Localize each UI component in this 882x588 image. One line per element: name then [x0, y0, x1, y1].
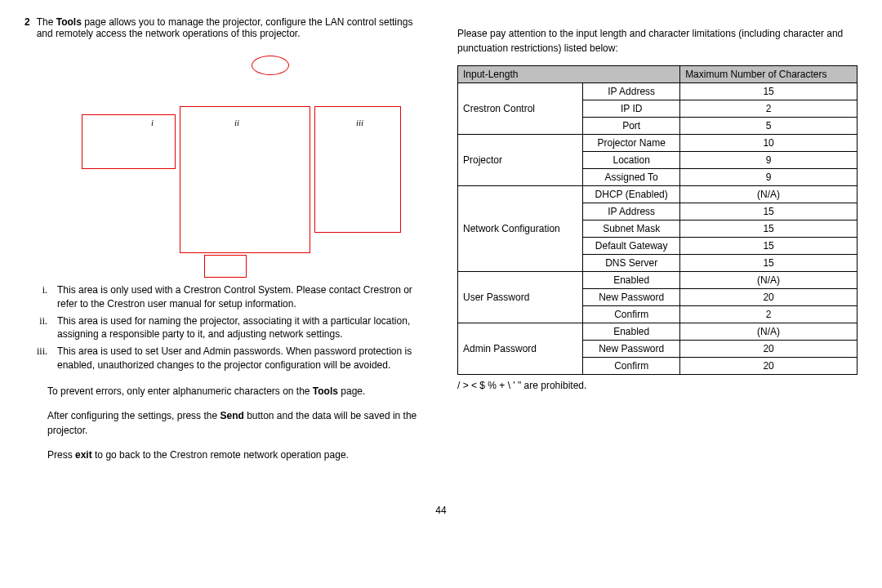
field-cell: Port — [583, 118, 680, 135]
step-number: 2 — [24, 16, 30, 28]
group-cell: Crestron Control — [458, 83, 583, 135]
max-cell: 15 — [680, 220, 858, 238]
tools-diagram: i ii iii — [74, 51, 408, 259]
header-input-length: Input-Length — [458, 66, 680, 83]
max-cell: 2 — [680, 100, 858, 118]
field-cell: New Password — [583, 341, 680, 358]
max-cell: 20 — [680, 341, 858, 358]
max-cell: 15 — [680, 203, 858, 220]
field-cell: New Password — [583, 289, 680, 306]
field-cell: Confirm — [583, 306, 680, 323]
diagram-ellipse — [252, 56, 289, 75]
table-row: ProjectorProjector Name10 — [458, 135, 858, 152]
field-cell: DHCP (Enabled) — [583, 186, 680, 203]
field-cell: Enabled — [583, 323, 680, 341]
diagram-notes-list: i.This area is only used with a Crestron… — [24, 283, 425, 372]
diagram-box-bottom — [204, 255, 247, 278]
group-cell: Projector — [458, 135, 583, 186]
tools-intro: 2 The Tools page allows you to manage th… — [24, 16, 425, 39]
max-cell: 20 — [680, 358, 858, 375]
send-note: After configuring the settings, press th… — [47, 408, 425, 438]
table-row: Network ConfigurationDHCP (Enabled)(N/A) — [458, 186, 858, 203]
field-cell: IP Address — [583, 83, 680, 100]
right-column: Please pay attention to the input length… — [457, 16, 858, 472]
max-cell: 9 — [680, 169, 858, 186]
max-cell: 5 — [680, 118, 858, 135]
field-cell: DNS Server — [583, 255, 680, 272]
field-cell: Location — [583, 152, 680, 169]
max-cell: 15 — [680, 238, 858, 255]
table-row: Crestron ControlIP Address15 — [458, 83, 858, 100]
input-length-table: Input-Length Maximum Number of Character… — [457, 65, 858, 375]
max-cell: (N/A) — [680, 323, 858, 341]
max-cell: 9 — [680, 152, 858, 169]
group-cell: Admin Password — [458, 323, 583, 375]
field-cell: IP Address — [583, 203, 680, 220]
note-ii: ii.This area is used for naming the proj… — [24, 314, 425, 342]
field-cell: IP ID — [583, 100, 680, 118]
max-cell: (N/A) — [680, 186, 858, 203]
field-cell: Confirm — [583, 358, 680, 375]
table-row: Admin PasswordEnabled(N/A) — [458, 323, 858, 341]
field-cell: Subnet Mask — [583, 220, 680, 238]
max-cell: 20 — [680, 289, 858, 306]
table-row: User PasswordEnabled(N/A) — [458, 272, 858, 289]
diagram-label-iii: iii — [356, 118, 363, 127]
max-cell: 2 — [680, 306, 858, 323]
alphanumeric-note: To prevent errors, only enter alphanumer… — [47, 384, 425, 399]
note-i: i.This area is only used with a Crestron… — [24, 283, 425, 311]
field-cell: Assigned To — [583, 169, 680, 186]
field-cell: Enabled — [583, 272, 680, 289]
group-cell: User Password — [458, 272, 583, 323]
prohibited-chars: / > < $ % + \ ' " are prohibited. — [457, 380, 858, 391]
group-cell: Network Configuration — [458, 186, 583, 272]
header-max-chars: Maximum Number of Characters — [680, 66, 858, 83]
note-iii: iii.This area is used to set User and Ad… — [24, 345, 425, 372]
field-cell: Default Gateway — [583, 238, 680, 255]
max-cell: 10 — [680, 135, 858, 152]
diagram-box-i — [82, 114, 176, 169]
diagram-box-ii — [180, 106, 310, 253]
tools-word: Tools — [56, 16, 82, 28]
input-length-lead: Please pay attention to the input length… — [457, 26, 858, 56]
exit-note: Press exit to go back to the Crestron re… — [47, 448, 425, 462]
field-cell: Projector Name — [583, 135, 680, 152]
intro-text: The Tools page allows you to manage the … — [37, 16, 425, 39]
max-cell: 15 — [680, 83, 858, 100]
diagram-label-i: i — [151, 118, 154, 127]
max-cell: 15 — [680, 255, 858, 272]
left-column: 2 The Tools page allows you to manage th… — [24, 16, 425, 472]
diagram-label-ii: ii — [234, 118, 239, 127]
max-cell: (N/A) — [680, 272, 858, 289]
page-number: 44 — [24, 505, 858, 516]
